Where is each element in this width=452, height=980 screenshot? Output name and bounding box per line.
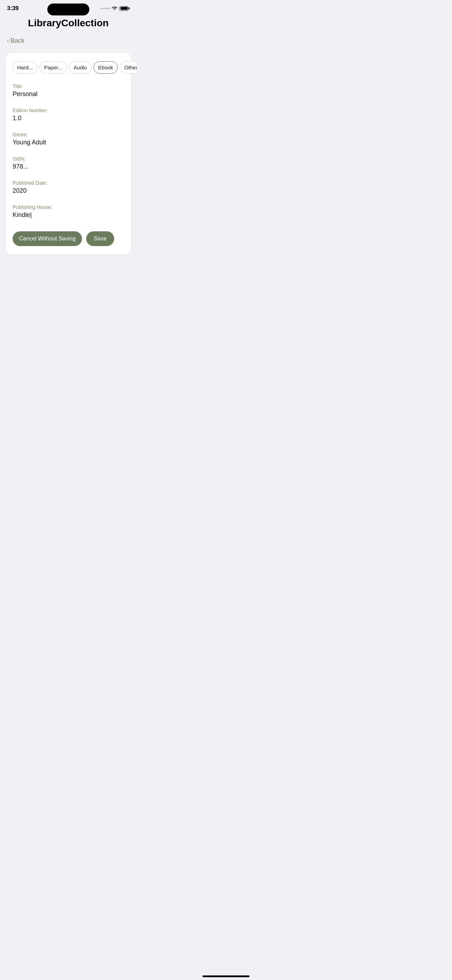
segment-btn-audio[interactable]: Audio bbox=[69, 61, 91, 73]
segment-btn-other[interactable]: Other bbox=[120, 61, 137, 73]
field-published-date: Published Date:2020 bbox=[13, 180, 124, 199]
segment-btn-ebook[interactable]: Ebook bbox=[94, 61, 118, 73]
field-publishing-house: Publishing House:Kindle bbox=[13, 204, 124, 223]
back-button[interactable]: ‹ Back bbox=[0, 34, 137, 50]
field-isbn: ISBN:978... bbox=[13, 156, 124, 175]
form: TitlePersonalEdition Number:1.0Genre:You… bbox=[13, 83, 124, 223]
signal-icon bbox=[101, 8, 110, 9]
wifi-icon bbox=[112, 6, 118, 11]
back-label: Back bbox=[11, 37, 24, 45]
value-edition-number[interactable]: 1.0 bbox=[13, 115, 124, 126]
value-published-date[interactable]: 2020 bbox=[13, 187, 124, 199]
value-publishing-house[interactable]: Kindle bbox=[13, 212, 124, 223]
back-chevron-icon: ‹ bbox=[7, 37, 9, 45]
field-edition-number: Edition Number:1.0 bbox=[13, 108, 124, 126]
segment-btn-hardcover[interactable]: Hard... bbox=[13, 61, 38, 73]
field-title: TitlePersonal bbox=[13, 83, 124, 102]
status-time: 3:39 bbox=[7, 5, 19, 12]
value-isbn[interactable]: 978... bbox=[13, 163, 124, 175]
value-genre[interactable]: Young Adult bbox=[13, 139, 124, 150]
cancel-without-saving-button[interactable]: Cancel Without Saving bbox=[13, 231, 82, 246]
label-genre: Genre: bbox=[13, 132, 124, 137]
main-card: Hard...Paper...AudioEbookOther TitlePers… bbox=[6, 53, 131, 255]
save-button[interactable]: Save bbox=[86, 231, 114, 246]
label-publishing-house: Publishing House: bbox=[13, 204, 124, 210]
label-title: Title bbox=[13, 83, 124, 89]
segment-control: Hard...Paper...AudioEbookOther bbox=[13, 61, 124, 73]
label-isbn: ISBN: bbox=[13, 156, 124, 162]
dynamic-island bbox=[47, 3, 89, 16]
label-edition-number: Edition Number: bbox=[13, 108, 124, 113]
status-bar: 3:39 bbox=[0, 0, 137, 15]
field-genre: Genre:Young Adult bbox=[13, 132, 124, 150]
status-icons bbox=[101, 6, 130, 11]
label-published-date: Published Date: bbox=[13, 180, 124, 186]
value-title[interactable]: Personal bbox=[13, 91, 124, 102]
app-title: LibraryCollection bbox=[0, 15, 137, 34]
action-buttons: Cancel Without Saving Save bbox=[13, 231, 124, 246]
battery-icon bbox=[119, 6, 130, 11]
segment-btn-paperback[interactable]: Paper... bbox=[40, 61, 67, 73]
